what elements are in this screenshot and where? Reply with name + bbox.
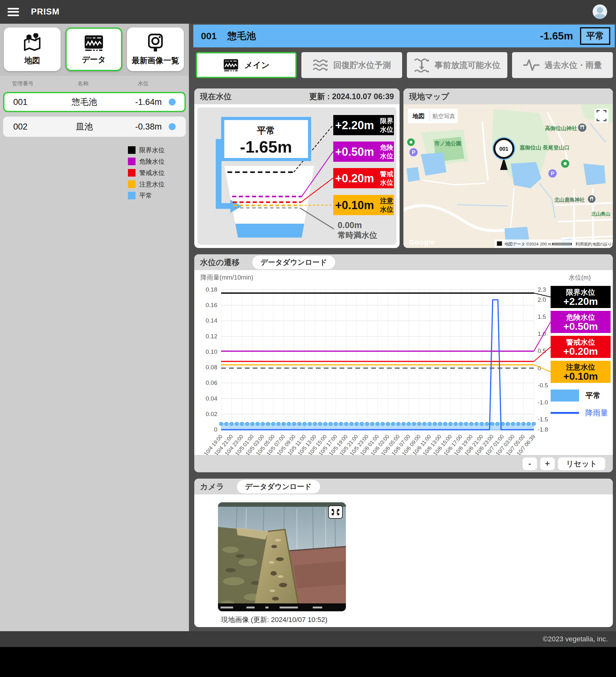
water-level-marker	[438, 422, 442, 425]
camera-download-button[interactable]: データダウンロード	[237, 480, 320, 493]
water-level-marker	[522, 422, 525, 425]
nav-map-label: 地図	[24, 55, 40, 66]
tab-main-label: メイン	[244, 60, 269, 71]
map-report-link[interactable]: 地図の誤りを報告する	[592, 242, 613, 246]
left-tick-label: 0.12	[206, 333, 217, 340]
water-level-marker	[355, 422, 358, 425]
tab-pre-release[interactable]: 事前放流可能水位	[407, 52, 508, 78]
pond-table-header: 管理番号 名称 水位	[0, 80, 189, 87]
user-avatar[interactable]	[592, 4, 607, 19]
map-fullscreen-button[interactable]	[595, 109, 608, 123]
nav-data-button[interactable]: データ	[65, 28, 122, 71]
svg-text:水位: 水位	[380, 152, 393, 160]
water-level-marker	[485, 422, 489, 425]
pulse-icon	[523, 59, 539, 72]
map-button-label[interactable]: 地図	[412, 113, 425, 120]
legend-item: 平常	[128, 190, 183, 201]
water-level-marker	[527, 422, 530, 425]
right-tick-label: 1.5	[538, 313, 546, 320]
map-panel-header: 現地マップ	[403, 88, 613, 104]
legend-connector	[534, 365, 551, 372]
reset-button[interactable]: リセット	[558, 457, 605, 470]
map-data-credit: 地図データ ©2024	[504, 242, 539, 246]
legend-item: 注意水位	[128, 179, 183, 190]
right-tick-label: 2.3	[538, 286, 546, 293]
threshold-box-1: +2.20m限界水位	[333, 115, 394, 135]
nav-images-button[interactable]: 最新画像一覧	[127, 28, 184, 71]
water-level-marker	[465, 422, 468, 425]
chart-area: 降雨量(mm/10min)水位(m)0.180.160.140.120.100.…	[194, 270, 613, 455]
water-level-marker	[339, 422, 343, 425]
map-label-park: 市ノ池公園	[434, 141, 461, 147]
tab-history-label: 過去水位・雨量	[544, 60, 602, 71]
water-level-marker	[428, 422, 432, 425]
water-level-marker	[277, 422, 280, 425]
status-dot	[169, 123, 176, 130]
right-tick-label: -1.5	[538, 416, 548, 423]
water-level-marker	[412, 422, 416, 425]
right-tick-label: -1.0	[538, 399, 548, 406]
map-label-shrine2: 北山鹿島神社	[554, 197, 585, 202]
water-level-marker	[308, 422, 311, 425]
svg-text:+0.50m: +0.50m	[335, 145, 374, 158]
base-level-value: 0.00m	[338, 221, 362, 230]
svg-text:警戒: 警戒	[380, 170, 393, 178]
svg-text:+0.50m: +0.50m	[563, 321, 598, 332]
app-title: PRISM	[31, 7, 60, 17]
diagram-level-value: -1.65m	[240, 138, 292, 156]
tab-recovery-forecast[interactable]: 回復貯水位予測	[301, 52, 402, 78]
tab-recovery-label: 回復貯水位予測	[333, 60, 391, 71]
water-level-marker	[433, 422, 437, 425]
svg-text:水位: 水位	[380, 126, 393, 133]
water-level-marker	[506, 422, 510, 425]
map-terms-link[interactable]: 利用規約	[575, 242, 592, 246]
nav-data-label: データ	[82, 54, 106, 65]
zoom-out-button[interactable]: -	[523, 457, 537, 470]
svg-text:P: P	[412, 150, 415, 155]
map-label-area: 北山奥山	[591, 211, 610, 216]
current-level-panel-header: 現在水位 更新 : 2024.10.07 06:39	[194, 88, 400, 104]
pond-row-002[interactable]: 002皿池-0.38m	[3, 117, 186, 137]
chart-download-button[interactable]: データダウンロード	[252, 256, 336, 269]
main-tab-icon	[223, 58, 239, 72]
water-level-marker	[376, 422, 380, 425]
water-level-marker	[491, 422, 494, 425]
camera-photo-art	[218, 502, 346, 611]
nav-map-button[interactable]: 地図	[4, 28, 61, 71]
col-id: 管理番号	[12, 80, 47, 87]
app: PRISM 地図	[0, 0, 616, 677]
right-tick-label: -0.5	[538, 382, 548, 389]
site-map-panel: 現地マップ	[403, 88, 613, 248]
right-tick-label: 0	[538, 365, 541, 371]
main-content: 001 惣毛池 -1.65m 平常 メイン	[189, 24, 616, 631]
pond-table: 001惣毛池-1.64m002皿池-0.38m	[0, 89, 189, 141]
expand-icon	[331, 508, 340, 516]
map-type-control[interactable]: 地図 航空写真	[408, 109, 458, 123]
water-level-marker	[496, 422, 499, 425]
right-axis-title: 水位(m)	[569, 274, 591, 281]
tab-main[interactable]: メイン	[196, 52, 297, 78]
water-level-marker	[391, 422, 395, 425]
left-axis-title: 降雨量(mm/10min)	[201, 274, 253, 281]
satellite-button-label[interactable]: 航空写真	[433, 113, 455, 120]
water-level-marker	[220, 422, 223, 425]
google-map[interactable]: 市ノ池公園 高御位山神社 嘉御位山 長尾登山口 北山鹿島神社 北山奥山	[403, 104, 613, 248]
water-level-marker	[313, 422, 317, 425]
water-level-marker	[345, 422, 348, 425]
tab-bar: メイン 回復貯水位予測 事前放	[196, 52, 613, 78]
chart-panel-title: 水位の遷移	[200, 257, 240, 268]
hamburger-menu-icon[interactable]	[8, 8, 19, 16]
water-level-marker	[246, 422, 249, 425]
chart-panel-header: 水位の遷移 データダウンロード	[194, 254, 613, 270]
pond-row-001[interactable]: 001惣毛池-1.64m	[3, 92, 186, 112]
chart-legend-box-1: 限界水位+2.20m	[551, 286, 611, 308]
map-label-trailhead: 嘉御位山 長尾登山口	[520, 145, 570, 151]
reservoir-diagram-svg: +2.20m限界水位+0.50m危険水位+0.20m警戒水位+0.10m注意水位…	[197, 107, 396, 245]
tab-history[interactable]: 過去水位・雨量	[512, 52, 613, 78]
zoom-in-button[interactable]: +	[540, 457, 555, 470]
right-tick-label: 2.0	[538, 296, 546, 303]
map-svg: 市ノ池公園 高御位山神社 嘉御位山 長尾登山口 北山鹿島神社 北山奥山	[403, 104, 613, 248]
water-level-marker	[251, 422, 254, 425]
photo-expand-button[interactable]	[328, 505, 343, 519]
col-name: 名称	[47, 80, 120, 87]
